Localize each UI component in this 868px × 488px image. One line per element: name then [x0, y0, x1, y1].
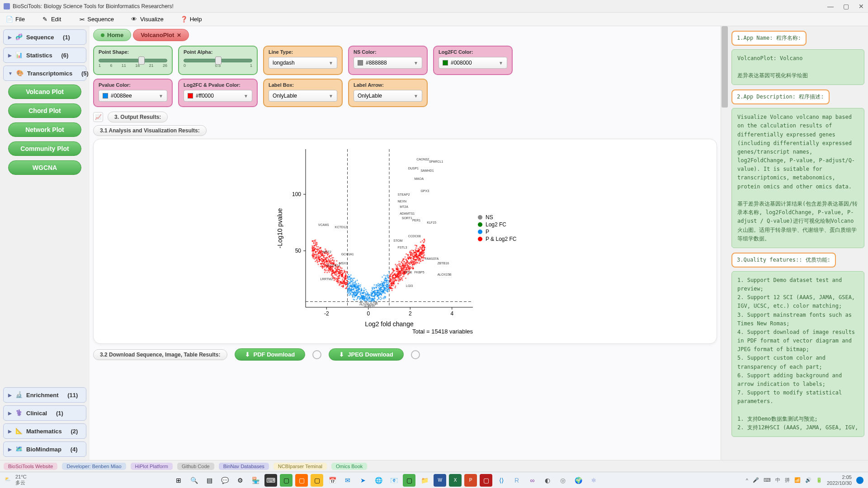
app-green2-icon[interactable]: ▢	[403, 474, 415, 487]
svg-point-324	[400, 263, 401, 265]
tray-mic-icon[interactable]: 🎤	[753, 477, 759, 483]
app-chat-icon[interactable]: 💬	[218, 474, 231, 487]
menu-edit[interactable]: ✎Edit	[42, 16, 61, 23]
tool-community-plot[interactable]: Community Plot	[8, 141, 81, 156]
svg-point-1498	[339, 270, 340, 272]
svg-point-943	[349, 282, 350, 283]
svg-text:CAON32: CAON32	[416, 158, 429, 161]
link-omicsbook[interactable]: Omics Book	[331, 463, 367, 470]
minimize-button[interactable]: —	[827, 3, 834, 9]
menu-visualize[interactable]: 👁Visualize	[131, 16, 164, 23]
svg-point-234	[363, 306, 364, 308]
tray-ime1-icon[interactable]: 中	[775, 477, 780, 483]
app-biosci-icon[interactable]: ⚛	[587, 474, 600, 487]
label-arrow-dropdown[interactable]: OnlyLable▼	[354, 90, 422, 102]
point-shape-slider[interactable]	[99, 59, 167, 62]
tray-volume-icon[interactable]: 🔊	[805, 477, 811, 483]
tray-keyboard-icon[interactable]: ⌨	[764, 477, 771, 483]
stats-icon: 📊	[15, 52, 23, 59]
start-button[interactable]: ⊞	[172, 474, 185, 487]
app-word-icon[interactable]: W	[434, 474, 446, 487]
label-box-dropdown[interactable]: OnlyLable▼	[269, 90, 337, 102]
point-alpha-slider[interactable]	[184, 59, 252, 62]
tray-notifications-icon[interactable]	[856, 477, 863, 484]
sidebar-panel-statistics[interactable]: ▶ 📊 Statistics (6)	[3, 47, 86, 63]
app-automate-icon[interactable]: ➤	[357, 474, 369, 487]
taskview-button[interactable]: ▤	[203, 474, 216, 487]
tab-volcanoplot[interactable]: VolcanoPlot✕	[133, 29, 189, 41]
sidebar-panel-biomindmap[interactable]: ▶ 🗺️ BioMindmap (4)	[3, 441, 86, 457]
both-color-dropdown[interactable]: #ff0000▼	[184, 90, 252, 102]
svg-point-1299	[336, 275, 337, 276]
taskbar-weather[interactable]: ⛅ 21°C 多云	[5, 474, 27, 486]
app-browser2-icon[interactable]: ◎	[557, 474, 569, 487]
search-button[interactable]: 🔍	[188, 474, 200, 487]
svg-point-905	[335, 267, 336, 268]
svg-point-667	[329, 271, 330, 272]
svg-text:PER1: PER1	[412, 219, 420, 222]
sidebar-panel-clinical[interactable]: ▶ ⚕️ Clinical (1)	[3, 405, 86, 421]
app-calendar-icon[interactable]: 📅	[326, 474, 339, 487]
svg-point-1404	[335, 270, 337, 272]
content-scrollbar[interactable]	[721, 26, 728, 460]
line-type-dropdown[interactable]: longdash▼	[269, 57, 337, 69]
link-website[interactable]: BioSciTools Website	[4, 463, 57, 470]
link-developer[interactable]: Developer: Benben Miao	[62, 463, 126, 470]
pvalue-color-dropdown[interactable]: #0088ee▼	[99, 90, 167, 102]
app-eclipse-icon[interactable]: ◐	[541, 474, 554, 487]
app-powerpoint-icon[interactable]: P	[464, 474, 477, 487]
app-globe-icon[interactable]: 🌍	[572, 474, 585, 487]
link-binnav[interactable]: BinNav Databases	[219, 463, 269, 470]
app-vscode-icon[interactable]: ⟨⟩	[495, 474, 508, 487]
jpeg-download-button[interactable]: ⬇JPEG Download	[329, 348, 403, 361]
svg-point-1556	[423, 239, 425, 240]
link-github[interactable]: Github Code	[177, 463, 214, 470]
app-terminal-icon[interactable]: ⌨	[264, 474, 277, 487]
tool-network-plot[interactable]: Network Plot	[8, 122, 81, 137]
tray-wifi-icon[interactable]: 📶	[794, 477, 801, 483]
svg-point-1425	[419, 259, 420, 261]
tray-battery-icon[interactable]: 🔋	[816, 477, 822, 483]
sidebar-panel-transcriptomics[interactable]: ▼ 🎨 Transcriptomics (5)	[3, 66, 86, 81]
svg-point-1375	[391, 281, 392, 282]
sidebar-panel-sequence[interactable]: ▶ 🧬 Sequence (1)	[3, 29, 86, 45]
svg-point-1568	[334, 277, 335, 278]
menu-help[interactable]: ❓Help	[181, 16, 202, 23]
app-yellow-icon[interactable]: ▢	[311, 474, 323, 487]
app-store-icon[interactable]: 🏪	[249, 474, 262, 487]
link-hiplot[interactable]: HiPlot Platform	[131, 463, 173, 470]
close-icon[interactable]: ✕	[177, 32, 181, 38]
svg-point-1486	[360, 302, 361, 303]
app-files-icon[interactable]: 📁	[418, 474, 431, 487]
tray-ime2-icon[interactable]: 拼	[785, 477, 790, 483]
app-green1-icon[interactable]: ▢	[280, 474, 292, 487]
tab-active-label: VolcanoPlot	[141, 32, 174, 38]
tool-volcano-plot[interactable]: Volcano Plot	[8, 84, 81, 99]
dropdown-value: #008000	[451, 60, 472, 66]
app-settings-icon[interactable]: ⚙	[234, 474, 246, 487]
pdf-download-button[interactable]: ⬇PDF Download	[235, 348, 306, 361]
log2fc-color-dropdown[interactable]: #008000▼	[439, 57, 507, 69]
app-vs-icon[interactable]: ∞	[526, 474, 538, 487]
svg-point-1351	[414, 252, 415, 253]
sidebar-panel-mathematics[interactable]: ▶ 📐 Mathematics (2)	[3, 423, 86, 439]
link-ncbiparser[interactable]: NCBIparser Teminal	[274, 463, 327, 470]
sidebar-panel-enrichment[interactable]: ▶ 🔬 Enrichment (11)	[3, 387, 86, 403]
app-edge-icon[interactable]: 🌐	[372, 474, 385, 487]
ns-color-dropdown[interactable]: #888888▼	[354, 57, 422, 69]
app-orange-icon[interactable]: ▢	[295, 474, 308, 487]
tool-chord-plot[interactable]: Chord Plot	[8, 103, 81, 118]
menu-file[interactable]: 📄File	[6, 16, 25, 23]
app-excel-icon[interactable]: X	[449, 474, 462, 487]
close-button[interactable]: ✕	[858, 3, 864, 9]
app-rstudio-icon[interactable]: R	[510, 474, 523, 487]
maximize-button[interactable]: ▢	[843, 3, 849, 9]
menu-sequence[interactable]: ⫘Sequence	[78, 16, 114, 23]
tool-wgcna[interactable]: WGCNA	[8, 160, 81, 175]
app-mail1-icon[interactable]: ✉	[341, 474, 354, 487]
app-red-icon[interactable]: ▢	[480, 474, 492, 487]
tab-home[interactable]: Home	[93, 29, 131, 41]
app-mail2-icon[interactable]: 📧	[387, 474, 400, 487]
tray-chevron-icon[interactable]: ^	[746, 478, 748, 483]
taskbar-clock[interactable]: 2:05 2022/10/30	[827, 474, 852, 485]
